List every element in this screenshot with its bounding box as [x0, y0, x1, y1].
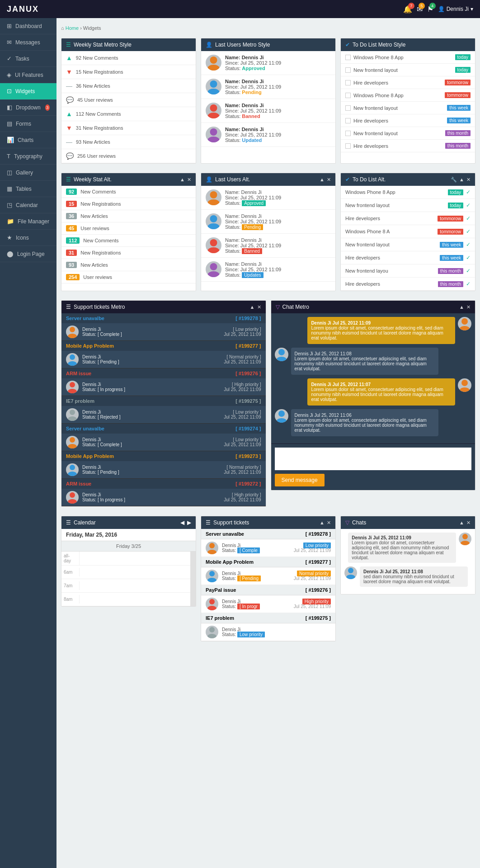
next-button[interactable]: ▶ — [187, 519, 191, 526]
ticket-avatar — [66, 491, 79, 504]
sidebar: ⊞ Dashboard ✉ Messages ✓ Tasks ◈ UI Feat… — [0, 18, 56, 651]
close-icon[interactable]: ✕ — [327, 177, 331, 183]
avatar — [206, 261, 221, 277]
chats2-box: ▽ Chats ▲ ✕ Dennis Ji Jul 25, 2012 11:09… — [340, 516, 475, 594]
list-icon: ☰ — [66, 42, 71, 48]
chat-avatar — [344, 566, 357, 579]
sidebar-item-login[interactable]: ⬤ Login Page — [0, 246, 56, 262]
svg-point-37 — [277, 418, 287, 423]
chevron-down-icon: ▾ — [471, 6, 473, 12]
checkbox[interactable] — [345, 143, 351, 149]
checkbox[interactable] — [345, 80, 351, 85]
arrow-down-icon: ▼ — [66, 124, 72, 132]
checkbox[interactable] — [345, 67, 351, 73]
prev-button[interactable]: ◀ — [180, 519, 184, 526]
sidebar-label-typography: Typography — [14, 153, 42, 160]
user-row: Name: Dennis JiSince: Jul 25, 2012 11:09… — [201, 186, 335, 210]
user-menu[interactable]: 👤 Dennis Ji ▾ — [438, 6, 473, 12]
top-navigation: JANUX 🔔 7 ✉ 5 ⚑ 4 👤 Dennis Ji ▾ — [0, 0, 480, 18]
sidebar-item-forms[interactable]: ▤ Forms — [0, 116, 56, 132]
sidebar-item-widgets[interactable]: ⊡ Widgets — [0, 83, 56, 99]
stat-row: 92New Comments — [61, 186, 196, 198]
collapse-icon[interactable]: ▲ — [180, 177, 185, 182]
checkbox[interactable] — [345, 93, 351, 98]
notifications-button[interactable]: 🔔 7 — [403, 5, 412, 14]
sidebar-item-messages[interactable]: ✉ Messages — [0, 34, 56, 51]
breadcrumb-home[interactable]: Home — [66, 25, 79, 31]
sidebar-item-gallery[interactable]: ◫ Gallery — [0, 165, 56, 181]
sidebar-item-typography[interactable]: T Typography — [0, 148, 56, 165]
chat-icon: ▽ — [345, 519, 349, 526]
users-icon: 👤 — [206, 176, 212, 183]
support-metro-header: ☰ Support tickets Metro ▲ ✕ — [61, 301, 266, 313]
time-row-6am: 6am — [61, 566, 190, 579]
last-users-alt-body: Name: Dennis JiSince: Jul 25, 2012 11:09… — [201, 186, 335, 282]
chat-metro-body: Dennis Ji Jul 25, 2012 11:09 Lorem ipsum… — [271, 313, 475, 443]
calendar-current-date: Friday, Mar 25, 2016 — [61, 529, 196, 541]
sidebar-item-file-manager[interactable]: 📁 File Manager — [0, 213, 56, 230]
collapse-icon[interactable]: ▲ — [320, 520, 325, 525]
close-icon[interactable]: ✕ — [257, 304, 261, 310]
arrow-down-icon: ▼ — [66, 68, 72, 75]
user-row: Name: Dennis JiSince: Jul 25, 2012 11:09… — [201, 210, 335, 234]
svg-point-48 — [348, 568, 353, 573]
main-content: ⌂ Home › Widgets ☰ Weekly Stat Metro Sty… — [56, 18, 480, 651]
close-icon[interactable]: ✕ — [466, 520, 471, 526]
avatar — [206, 79, 221, 94]
sidebar-item-dashboard[interactable]: ⊞ Dashboard — [0, 18, 56, 34]
close-icon[interactable]: ✕ — [187, 177, 191, 183]
user-row: Name: Dennis JiSince: Jul 25, 2012 11:09… — [201, 123, 335, 147]
sidebar-label-widgets: Widgets — [15, 88, 35, 94]
ticket3-detail: Dennis JiStatus: [ Comple Low priorityJu… — [201, 539, 335, 557]
close-icon[interactable]: ✕ — [466, 177, 471, 183]
collapse-icon[interactable]: ▲ — [459, 520, 464, 525]
wrench-icon[interactable]: 🔧 — [451, 177, 457, 183]
send-message-button[interactable]: Send message — [275, 474, 325, 486]
sidebar-item-charts[interactable]: 📊 Charts — [0, 132, 56, 148]
calendar-day-label: Friday 3/25 — [61, 541, 196, 552]
checkbox[interactable] — [345, 118, 351, 123]
ticket-item: Mobile App Problem[ #199273 ] Dennis JiS… — [61, 451, 266, 479]
messages-button[interactable]: ✉ 5 — [417, 5, 423, 14]
collapse-icon[interactable]: ▲ — [459, 304, 464, 310]
checkbox[interactable] — [345, 105, 351, 111]
collapse-icon[interactable]: ▲ — [459, 177, 464, 182]
svg-point-38 — [209, 543, 215, 548]
close-icon[interactable]: ✕ — [327, 520, 331, 526]
chats2-body: Dennis Ji Jul 25, 2012 11:09 Lorem ipsum… — [341, 529, 475, 594]
sidebar-label-tasks: Tasks — [15, 56, 29, 62]
svg-point-42 — [209, 599, 215, 604]
ticket-item: Mobile App Problem[ #199277 ] Dennis JiS… — [61, 341, 266, 368]
svg-point-15 — [208, 271, 220, 277]
todo-metro-title: To Do List Metro Style — [353, 42, 405, 48]
avatar — [206, 189, 221, 205]
alerts-badge: 4 — [429, 3, 436, 9]
ticket-avatar — [66, 381, 79, 393]
tasks-icon: ✓ — [7, 55, 12, 62]
sidebar-item-dropdown[interactable]: ◧ Dropdown 3 — [0, 99, 56, 116]
svg-point-2 — [210, 80, 217, 88]
sidebar-item-calendar[interactable]: ◳ Calendar — [0, 197, 56, 213]
sidebar-item-ui-features[interactable]: ◈ UI Features — [0, 67, 56, 83]
login-icon: ⬤ — [7, 250, 14, 257]
sidebar-item-tables[interactable]: ▦ Tables — [0, 181, 56, 197]
stat-row: ▲92 New Comments — [61, 51, 196, 65]
chats2-title: Chats — [352, 519, 366, 526]
stat-row: 112New Comments — [61, 235, 196, 247]
checkbox[interactable] — [345, 55, 351, 60]
sidebar-item-tasks[interactable]: ✓ Tasks — [0, 51, 56, 67]
alerts-button[interactable]: ⚑ 4 — [427, 5, 433, 14]
user-row: Name: Dennis JiSince: Jul 25, 2012 11:09… — [201, 99, 335, 123]
close-icon[interactable]: ✕ — [466, 304, 471, 310]
svg-point-12 — [210, 239, 217, 246]
calendar-scrollbar[interactable] — [190, 552, 196, 606]
svg-point-1 — [208, 65, 220, 71]
sidebar-item-icons[interactable]: ★ Icons — [0, 230, 56, 246]
last-users-alt-widget: 👤 Last Users Alt. ▲ ✕ Name: Dennis JiSin… — [201, 173, 336, 291]
collapse-icon[interactable]: ▲ — [250, 304, 255, 310]
checkbox[interactable] — [345, 131, 351, 136]
ticket-item: IE7 problem[ #199275 ] Dennis JiStatus: … — [61, 396, 266, 424]
last-users-metro-header: 👤 Last Users Metro Style — [201, 38, 335, 51]
collapse-icon[interactable]: ▲ — [320, 177, 325, 182]
chat-input[interactable] — [275, 448, 472, 470]
